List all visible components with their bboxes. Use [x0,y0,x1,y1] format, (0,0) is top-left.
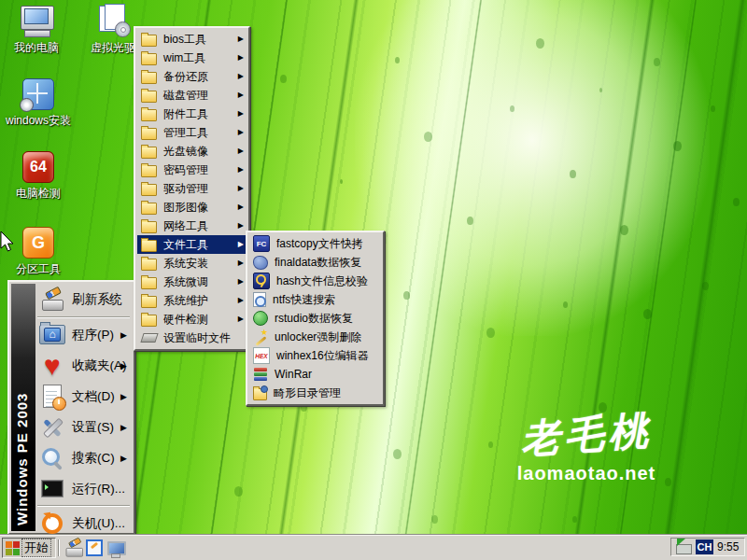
menu-item-backup-restore[interactable]: 备份还原▶ [137,67,247,86]
settings-icon [39,414,65,441]
clock[interactable]: 9:55 [717,540,739,553]
menu-item-fastcopy[interactable]: FCfastcopy文件快拷 [249,234,381,253]
submenu-arrow-icon: ▶ [120,454,127,463]
menu-item-winrar[interactable]: WinRar [249,365,381,384]
menu-item-label: 畸形目录管理 [274,385,341,401]
desktop: 老毛桃 laomaotao.net 我的电脑 虚拟光驱 windows安装 64… [0,0,747,560]
start-menu-item-label: 文档(D) [72,388,115,405]
submenu-arrow-icon: ▶ [238,54,244,62]
quicklaunch-show-desktop-icon[interactable] [107,539,126,557]
menu-item-disc-image[interactable]: 光盘镜像▶ [137,142,247,161]
start-menu-item-favorites[interactable]: ♥ 收藏夹(A) ▶ [35,350,132,381]
menu-item-admin-tools[interactable]: 管理工具▶ [137,123,247,142]
menu-item-label: 光盘镜像 [163,144,208,160]
submenu-arrow-icon: ▶ [238,110,244,118]
language-indicator[interactable]: CH [696,539,713,554]
menu-item-malformed-dir[interactable]: 畸形目录管理 [249,384,381,402]
programs-icon: ⌂ [39,322,65,348]
menu-item-accessories[interactable]: 附件工具▶ [137,105,247,123]
menu-item-file-tools[interactable]: 文件工具▶ [137,235,247,254]
menu-item-label: 密码管理 [163,162,208,178]
menu-item-rstudio[interactable]: rstudio数据恢复 [249,309,381,328]
menu-separator [37,316,130,318]
menu-item-label: WinRar [275,368,312,381]
folder-icon [141,203,157,215]
run-icon [39,476,65,502]
menu-item-network-tools[interactable]: 网络工具▶ [137,217,247,235]
folder-icon [141,109,157,121]
menu-item-label: 系统维护 [163,293,208,309]
submenu-arrow-icon: ▶ [238,241,244,248]
winhex-icon: HEX [253,347,270,364]
submenu-arrow-icon: ▶ [238,35,244,43]
favorites-icon: ♥ [39,353,65,379]
start-menu-item-label: 程序(P) [72,327,114,343]
menu-item-ntfs-search[interactable]: ntfs快速搜索 [249,290,381,309]
submenu-arrow-icon: ▶ [238,147,244,155]
partition-tool-icon: G [22,227,54,259]
desktop-icon-windows-install[interactable]: windows安装 [4,77,73,129]
start-menu-item-documents[interactable]: 文档(D) ▶ [35,381,132,412]
submenu-arrow-icon: ▶ [120,361,127,371]
menu-item-system-maintenance[interactable]: 系统维护▶ [137,291,247,310]
menu-item-password-management[interactable]: 密码管理▶ [137,161,247,179]
menu-separator [37,505,130,507]
start-menu-item-settings[interactable]: 设置(S) ▶ [35,412,132,442]
menu-item-winhex[interactable]: HEXwinhex16位编辑器 [249,346,381,365]
start-menu-item-label: 搜索(C) [72,450,115,467]
taskbar: 开始 CH 9:55 [0,535,747,560]
menu-item-label: 系统微调 [163,274,208,290]
start-menu-item-run[interactable]: 运行(R)... [35,473,132,504]
input-method-icon[interactable] [676,544,692,554]
folder-icon [141,35,157,47]
start-menu-banner: Windows PE 2003 [11,284,35,531]
ntfs-search-icon [253,292,266,307]
start-button-label: 开始 [22,539,50,556]
menu-item-label: 附件工具 [163,106,208,122]
system-tray: CH 9:55 [670,538,745,556]
start-button[interactable]: 开始 [2,538,56,558]
menu-item-label: 硬件检测 [163,312,208,328]
taskbar-divider [58,539,60,556]
menu-item-temp-files[interactable]: 设置临时文件 [137,329,247,347]
submenu-arrow-icon: ▶ [238,259,244,267]
desktop-icon-label: 分区工具 [4,261,73,277]
shutdown-icon [39,511,65,537]
refresh-system-icon [39,287,65,313]
menu-item-disk-management[interactable]: 磁盘管理▶ [137,86,247,105]
submenu-arrow-icon: ▶ [238,73,244,80]
menu-item-label: 系统安装 [163,256,208,272]
submenu-arrow-icon: ▶ [238,129,244,136]
menu-item-wim-tools[interactable]: wim工具▶ [137,49,247,67]
quicklaunch-refresh-system-icon[interactable] [63,539,81,557]
menu-item-finaldata[interactable]: finaldata数据恢复 [249,253,381,272]
desktop-icon-my-computer[interactable]: 我的电脑 [2,4,71,56]
windows-install-icon [22,78,54,110]
start-menu-item-refresh-system[interactable]: 刷新系统 [35,284,132,315]
quicklaunch-desktop-frame-icon[interactable] [85,539,104,557]
start-menu-banner-text: Windows PE 2003 [14,393,30,525]
rstudio-icon [253,311,268,326]
menu-item-hash[interactable]: hash文件信息校验 [249,272,381,290]
menu-item-system-install[interactable]: 系统安装▶ [137,254,247,273]
menu-item-label: rstudio数据恢复 [275,311,353,327]
submenu-arrow-icon: ▶ [238,315,244,323]
start-menu-item-programs[interactable]: ⌂ 程序(P) ▶ [35,319,132,350]
menu-item-unlocker[interactable]: unlocker强制删除 [249,328,381,346]
menu-item-bios-tools[interactable]: bios工具▶ [137,30,247,49]
menu-item-system-tweak[interactable]: 系统微调▶ [137,273,247,291]
detect-64-icon: 64 [22,151,54,183]
menu-item-label: unlocker强制删除 [275,329,361,345]
menu-item-graphics[interactable]: 图形图像▶ [137,198,247,217]
menu-item-hardware-detect[interactable]: 硬件检测▶ [137,310,247,329]
submenu-arrow-icon: ▶ [120,330,127,340]
menu-item-label: 设置临时文件 [163,330,231,346]
start-menu-item-search[interactable]: 搜索(C) ▶ [35,442,132,473]
folder-icon [141,296,157,308]
menu-item-driver-management[interactable]: 驱动管理▶ [137,179,247,198]
menu-item-label: hash文件信息校验 [276,273,368,289]
my-computer-icon [19,6,54,37]
desktop-icon-detect[interactable]: 64 电脑检测 [4,149,73,202]
menu-item-label: wim工具 [163,50,205,66]
submenu-arrow-icon: ▶ [120,392,127,401]
